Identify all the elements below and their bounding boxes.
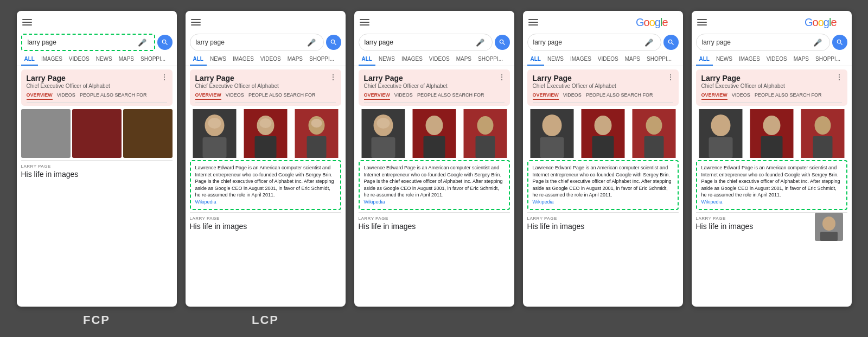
kp-tab-videos-2[interactable]: VIDEOS xyxy=(226,92,244,100)
wikipedia-link-2[interactable]: Wikipedia xyxy=(195,199,216,205)
kp-tab-people-1[interactable]: PEOPLE ALSO SEARCH FOR xyxy=(80,92,147,100)
tab-all-5[interactable]: ALL xyxy=(696,53,713,66)
kp-tab-people-4[interactable]: PEOPLE ALSO SEARCH FOR xyxy=(586,92,653,100)
his-life-title-3: His life in images xyxy=(359,222,510,231)
search-input-4[interactable]: larry page 🎤 xyxy=(527,34,661,51)
kp-tab-overview-2[interactable]: OVERVIEW xyxy=(195,92,221,100)
svg-rect-36 xyxy=(761,136,782,158)
svg-rect-10 xyxy=(307,136,326,158)
tab-news-3[interactable]: NEWS xyxy=(375,53,398,66)
tab-shopping-1[interactable]: SHOPPI... xyxy=(137,53,169,66)
tab-maps-3[interactable]: MAPS xyxy=(453,53,475,66)
svg-rect-33 xyxy=(709,137,732,158)
kp-tab-videos-3[interactable]: VIDEOS xyxy=(394,92,413,100)
his-life-label-2: LARRY PAGE xyxy=(190,216,341,221)
knowledge-panel-1: Larry Page Chief Executive Officer of Al… xyxy=(21,69,173,106)
header-3 xyxy=(354,11,514,31)
tab-all-3[interactable]: ALL xyxy=(359,53,375,66)
wikipedia-link-5[interactable]: Wikipedia xyxy=(701,199,723,205)
kp-tab-videos-5[interactable]: VIDEOS xyxy=(732,92,750,100)
kp-more-5[interactable]: ⋮ xyxy=(835,73,843,81)
tab-videos-5[interactable]: VIDEOS xyxy=(763,53,790,66)
kp-tab-people-2[interactable]: PEOPLE ALSO SEARCH FOR xyxy=(248,92,316,100)
svg-rect-27 xyxy=(592,136,614,158)
tab-videos-4[interactable]: VIDEOS xyxy=(595,53,622,66)
tab-all-4[interactable]: ALL xyxy=(527,53,544,66)
tab-shopping-3[interactable]: SHOPPI... xyxy=(475,53,506,66)
tab-videos-1[interactable]: VIDEOS xyxy=(66,53,93,66)
search-input-1[interactable]: larry page 🎤 xyxy=(21,34,155,51)
knowledge-panel-2: Larry Page Chief Executive Officer of Al… xyxy=(190,69,341,106)
tab-maps-2[interactable]: MAPS xyxy=(284,53,306,66)
mic-icon-4[interactable]: 🎤 xyxy=(644,39,653,47)
tab-videos-3[interactable]: VIDEOS xyxy=(426,53,453,66)
search-input-3[interactable]: larry page 🎤 xyxy=(359,34,493,51)
tab-images-5[interactable]: IMAGES xyxy=(736,53,763,66)
kp-tab-people-3[interactable]: PEOPLE ALSO SEARCH FOR xyxy=(417,92,484,100)
mic-icon-1[interactable]: 🎤 xyxy=(138,39,146,47)
tab-news-5[interactable]: NEWS xyxy=(713,53,736,66)
tab-images-3[interactable]: IMAGES xyxy=(398,53,426,66)
images-row-4 xyxy=(527,109,679,158)
search-bar-row-4: larry page 🎤 xyxy=(523,31,683,53)
tab-maps-4[interactable]: MAPS xyxy=(622,53,643,66)
image-1-2 xyxy=(72,109,122,158)
kp-tab-overview-5[interactable]: OVERVIEW xyxy=(701,92,727,100)
header-1 xyxy=(17,11,177,31)
his-life-label-3: LARRY PAGE xyxy=(359,216,510,221)
tab-all-1[interactable]: ALL xyxy=(21,53,38,66)
kp-title-4: Chief Executive Officer of Alphabet xyxy=(533,83,673,89)
tab-news-4[interactable]: NEWS xyxy=(544,53,567,66)
hamburger-icon-2[interactable] xyxy=(191,19,201,26)
tab-maps-5[interactable]: MAPS xyxy=(790,53,812,66)
kp-more-2[interactable]: ⋮ xyxy=(329,73,337,81)
hamburger-icon-5[interactable] xyxy=(697,19,707,26)
search-button-3[interactable] xyxy=(495,35,510,50)
tab-images-1[interactable]: IMAGES xyxy=(38,53,66,66)
search-button-1[interactable] xyxy=(157,35,173,50)
wikipedia-link-4[interactable]: Wikipedia xyxy=(533,199,554,205)
kp-tab-overview-4[interactable]: OVERVIEW xyxy=(533,92,559,100)
label-3 xyxy=(350,313,519,327)
kp-more-3[interactable]: ⋮ xyxy=(498,73,506,81)
kp-tab-videos-4[interactable]: VIDEOS xyxy=(563,92,582,100)
svg-rect-14 xyxy=(371,137,395,158)
kp-tab-overview-1[interactable]: OVERVIEW xyxy=(27,92,53,100)
tab-shopping-4[interactable]: SHOPPI... xyxy=(643,53,675,66)
tab-shopping-5[interactable]: SHOPPI... xyxy=(812,53,844,66)
search-bar-row-3: larry page 🎤 xyxy=(354,31,514,53)
tab-news-1[interactable]: NEWS xyxy=(93,53,116,66)
svg-point-17 xyxy=(425,116,443,135)
kp-tab-overview-3[interactable]: OVERVIEW xyxy=(364,92,390,100)
search-button-5[interactable] xyxy=(832,35,847,50)
his-life-label-4: LARRY PAGE xyxy=(527,216,679,221)
hamburger-icon[interactable] xyxy=(22,19,32,26)
nav-tabs-5: ALL NEWS IMAGES VIDEOS MAPS SHOPPI... xyxy=(692,53,852,66)
kp-more-1[interactable]: ⋮ xyxy=(161,73,168,81)
kp-tab-people-5[interactable]: PEOPLE ALSO SEARCH FOR xyxy=(755,92,822,100)
kp-tab-videos-1[interactable]: VIDEOS xyxy=(57,92,75,100)
wikipedia-link-3[interactable]: Wikipedia xyxy=(364,199,385,205)
tab-images-2[interactable]: IMAGES xyxy=(229,53,257,66)
tab-all-2[interactable]: ALL xyxy=(190,53,207,66)
tab-videos-2[interactable]: VIDEOS xyxy=(257,53,284,66)
search-text-4: larry page xyxy=(533,39,644,46)
photo-5-2 xyxy=(747,109,796,158)
tab-images-4[interactable]: IMAGES xyxy=(567,53,595,66)
mic-icon-2[interactable]: 🎤 xyxy=(307,39,316,47)
kp-tabs-4: OVERVIEW VIDEOS PEOPLE ALSO SEARCH FOR xyxy=(533,92,673,103)
svg-rect-39 xyxy=(813,136,832,158)
google-logo-5: Google xyxy=(805,16,837,29)
search-button-2[interactable] xyxy=(326,35,341,50)
kp-more-4[interactable]: ⋮ xyxy=(667,73,674,81)
tab-news-2[interactable]: NEWS xyxy=(207,53,229,66)
tab-shopping-2[interactable]: SHOPPI... xyxy=(306,53,337,66)
mic-icon-5[interactable]: 🎤 xyxy=(813,39,822,47)
tab-maps-1[interactable]: MAPS xyxy=(116,53,137,66)
mic-icon-3[interactable]: 🎤 xyxy=(476,39,484,47)
search-input-5[interactable]: larry page 🎤 xyxy=(696,34,830,51)
hamburger-icon-3[interactable] xyxy=(360,19,369,26)
search-input-2[interactable]: larry page 🎤 xyxy=(190,34,324,51)
hamburger-icon-4[interactable] xyxy=(528,19,538,26)
search-button-4[interactable] xyxy=(663,35,679,50)
